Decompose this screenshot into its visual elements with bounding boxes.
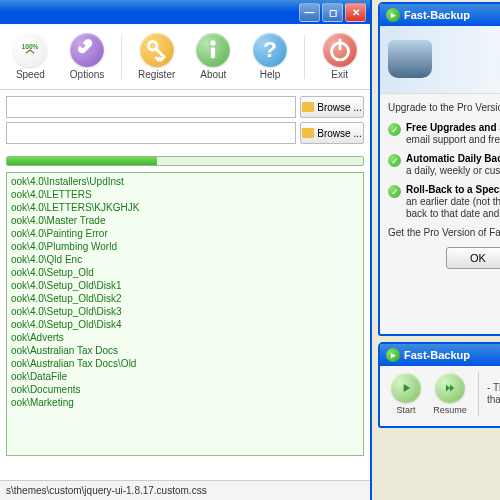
file-list-item: ook\DataFile bbox=[11, 370, 359, 383]
browse-label: Browse ... bbox=[317, 102, 361, 113]
file-list-item: ook\4.0\Qld Enc bbox=[11, 253, 359, 266]
options-button[interactable]: Options bbox=[63, 33, 112, 80]
wrench-icon bbox=[70, 33, 104, 67]
start-button[interactable]: Start bbox=[386, 373, 426, 415]
close-button[interactable]: ✕ bbox=[345, 3, 366, 22]
file-list-item: ook\Documents bbox=[11, 383, 359, 396]
exit-button[interactable]: Exit bbox=[315, 33, 364, 80]
info-icon bbox=[196, 33, 230, 67]
dialog-titlebar: ▸ Fast-Backup bbox=[380, 344, 500, 366]
browse-source-button[interactable]: Browse ... bbox=[300, 96, 364, 118]
file-list-item: ook\4.0\LETTERS\KJKGHJK bbox=[11, 201, 359, 214]
source-path-input[interactable] bbox=[6, 96, 296, 118]
toolbar-label: About bbox=[200, 69, 226, 80]
separator bbox=[121, 35, 122, 79]
dialog-title: Fast-Backup bbox=[404, 349, 470, 361]
minimize-button[interactable]: — bbox=[299, 3, 320, 22]
svg-text:100%: 100% bbox=[22, 43, 39, 50]
start-note: - This sho icon that v bbox=[487, 382, 500, 406]
feature-text: Free Upgrades and Support - free email s… bbox=[406, 122, 500, 146]
play-icon bbox=[391, 373, 421, 403]
banner: THANKS FO FAST bbox=[380, 26, 500, 94]
separator bbox=[304, 35, 305, 79]
app-icon: ▸ bbox=[386, 8, 400, 22]
svg-text:?: ? bbox=[263, 36, 277, 62]
resume-button[interactable]: Resume bbox=[430, 373, 470, 415]
gauge-icon: 100% bbox=[13, 33, 47, 67]
file-list: ook\4.0\Installers\UpdInstook\4.0\LETTER… bbox=[6, 172, 364, 456]
toolbar-label: Help bbox=[260, 69, 281, 80]
titlebar: — ◻ ✕ bbox=[0, 0, 370, 24]
file-list-item: ook\4.0\Installers\UpdInst bbox=[11, 175, 359, 188]
progress-bar bbox=[6, 156, 364, 166]
upgrade-lead: Upgrade to the Pro Version and get th bbox=[388, 102, 500, 114]
app-icon: ▸ bbox=[386, 348, 400, 362]
get-pro-text: Get the Pro Version of Fast-Backup bbox=[388, 227, 500, 239]
start-dialog: ▸ Fast-Backup Start Resume - This sho ic… bbox=[378, 342, 500, 428]
main-window: — ◻ ✕ 100% Speed Options Register bbox=[0, 0, 372, 500]
file-list-item: ook\4.0\Setup_Old\Disk3 bbox=[11, 305, 359, 318]
toolbar: 100% Speed Options Register About ? bbox=[0, 24, 370, 90]
about-button[interactable]: About bbox=[189, 33, 238, 80]
feature-item: ✓Free Upgrades and Support - free email … bbox=[388, 122, 500, 146]
feature-item: ✓Automatic Daily Backups - Ru on a daily… bbox=[388, 153, 500, 177]
check-icon: ✓ bbox=[388, 185, 401, 198]
feature-text: Automatic Daily Backups - Ru on a daily,… bbox=[406, 153, 500, 177]
dest-path-input[interactable] bbox=[6, 122, 296, 144]
file-list-item: ook\Australian Tax Docs\Old bbox=[11, 357, 359, 370]
file-list-item: ook\4.0\Setup_Old bbox=[11, 266, 359, 279]
check-icon: ✓ bbox=[388, 123, 401, 136]
upgrade-dialog: ▸ Fast-Backup THANKS FO FAST Upgrade to … bbox=[378, 2, 500, 336]
maximize-button[interactable]: ◻ bbox=[322, 3, 343, 22]
svg-marker-7 bbox=[404, 384, 410, 392]
speed-button[interactable]: 100% Speed bbox=[6, 33, 55, 80]
file-list-item: ook\4.0\Setup_Old\Disk4 bbox=[11, 318, 359, 331]
help-button[interactable]: ? Help bbox=[246, 33, 295, 80]
power-icon bbox=[323, 33, 357, 67]
svg-rect-3 bbox=[211, 47, 215, 58]
dialog-titlebar: ▸ Fast-Backup bbox=[380, 4, 500, 26]
svg-marker-9 bbox=[450, 385, 454, 392]
browse-label: Browse ... bbox=[317, 128, 361, 139]
svg-marker-8 bbox=[446, 385, 450, 392]
browse-dest-button[interactable]: Browse ... bbox=[300, 122, 364, 144]
separator bbox=[478, 372, 479, 416]
file-list-item: ook\4.0\LETTERS bbox=[11, 188, 359, 201]
file-list-item: ook\4.0\Painting Error bbox=[11, 227, 359, 240]
register-button[interactable]: Register bbox=[132, 33, 181, 80]
resume-label: Resume bbox=[433, 405, 467, 415]
svg-rect-6 bbox=[338, 39, 341, 50]
file-list-item: ook\Marketing bbox=[11, 396, 359, 409]
status-bar: s\themes\custom\jquery-ui-1.8.17.custom.… bbox=[0, 480, 370, 500]
file-list-item: ook\4.0\Plumbing World bbox=[11, 240, 359, 253]
fast-forward-icon bbox=[435, 373, 465, 403]
file-list-item: ook\4.0\Master Trade bbox=[11, 214, 359, 227]
check-icon: ✓ bbox=[388, 154, 401, 167]
dialog-title: Fast-Backup bbox=[404, 9, 470, 21]
folder-icon bbox=[302, 128, 314, 138]
start-label: Start bbox=[396, 405, 415, 415]
feature-text: Roll-Back to a Specific Date - from an e… bbox=[406, 184, 500, 220]
key-icon bbox=[140, 33, 174, 67]
status-text: s\themes\custom\jquery-ui-1.8.17.custom.… bbox=[6, 485, 207, 496]
ok-button[interactable]: OK bbox=[446, 247, 500, 269]
svg-point-2 bbox=[211, 40, 216, 45]
disk-icon bbox=[388, 40, 432, 78]
toolbar-label: Register bbox=[138, 69, 175, 80]
path-rows: Browse ... Browse ... bbox=[0, 90, 370, 152]
file-list-item: ook\4.0\Setup_Old\Disk2 bbox=[11, 292, 359, 305]
toolbar-label: Exit bbox=[331, 69, 348, 80]
question-icon: ? bbox=[253, 33, 287, 67]
feature-item: ✓Roll-Back to a Specific Date - from an … bbox=[388, 184, 500, 220]
folder-icon bbox=[302, 102, 314, 112]
toolbar-label: Speed bbox=[16, 69, 45, 80]
toolbar-label: Options bbox=[70, 69, 104, 80]
file-list-item: ook\Australian Tax Docs bbox=[11, 344, 359, 357]
file-list-item: ook\Adverts bbox=[11, 331, 359, 344]
file-list-item: ook\4.0\Setup_Old\Disk1 bbox=[11, 279, 359, 292]
